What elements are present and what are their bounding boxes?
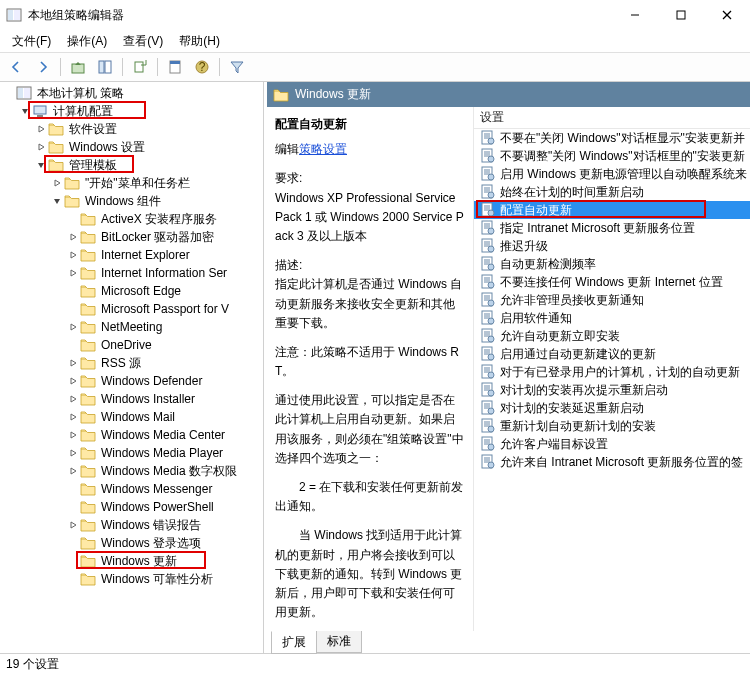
chevron-right-icon[interactable]	[66, 356, 80, 370]
tree-software-settings[interactable]: 软件设置	[34, 120, 263, 138]
tree-admin-templates[interactable]: 管理模板	[34, 156, 263, 174]
tree-item-label: Internet Information Ser	[99, 265, 229, 281]
chevron-down-icon[interactable]	[34, 158, 48, 172]
help-icon[interactable]: ?	[190, 55, 214, 79]
folder-icon	[80, 445, 96, 461]
svg-rect-15	[135, 62, 143, 72]
settings-item[interactable]: 启用通过自动更新建议的更新	[474, 345, 750, 363]
chevron-right-icon[interactable]	[66, 464, 80, 478]
settings-item[interactable]: 重新计划自动更新计划的安装	[474, 417, 750, 435]
tree-item-mediaplayer[interactable]: Windows Media Player	[66, 444, 263, 462]
export-icon[interactable]	[128, 55, 152, 79]
tree-item-update[interactable]: Windows 更新	[66, 552, 263, 570]
tree-item-defender[interactable]: Windows Defender	[66, 372, 263, 390]
forward-button[interactable]	[31, 55, 55, 79]
policy-icon	[480, 238, 496, 254]
tree-root[interactable]: 本地计算机 策略	[2, 84, 263, 102]
settings-item[interactable]: 不要在"关闭 Windows"对话框显示"安装更新并	[474, 129, 750, 147]
tree-item-mail[interactable]: Windows Mail	[66, 408, 263, 426]
back-button[interactable]	[4, 55, 28, 79]
settings-item[interactable]: 允许客户端目标设置	[474, 435, 750, 453]
tree-start-taskbar[interactable]: "开始"菜单和任务栏	[50, 174, 263, 192]
folder-icon	[80, 301, 96, 317]
filter-icon[interactable]	[225, 55, 249, 79]
folder-icon	[80, 553, 96, 569]
menu-action[interactable]: 操作(A)	[59, 31, 115, 52]
tree-scroll[interactable]: 本地计算机 策略 计算机配置	[0, 82, 263, 635]
tree-windows-components[interactable]: Windows 组件	[50, 192, 263, 210]
settings-item[interactable]: 指定 Intranet Microsoft 更新服务位置	[474, 219, 750, 237]
chevron-right-icon[interactable]	[34, 140, 48, 154]
minimize-button[interactable]	[612, 0, 658, 30]
chevron-right-icon[interactable]	[66, 230, 80, 244]
tree-item-netmeeting[interactable]: NetMeeting	[66, 318, 263, 336]
settings-item[interactable]: 允许自动更新立即安装	[474, 327, 750, 345]
properties-icon[interactable]	[163, 55, 187, 79]
settings-item[interactable]: 允许来自 Intranet Microsoft 更新服务位置的签	[474, 453, 750, 471]
column-header-settings[interactable]: 设置	[474, 107, 750, 129]
settings-item[interactable]: 不要调整"关闭 Windows"对话框里的"安装更新	[474, 147, 750, 165]
chevron-right-icon[interactable]	[66, 374, 80, 388]
tree-item-ie[interactable]: Internet Explorer	[66, 246, 263, 264]
settings-item[interactable]: 配置自动更新	[474, 201, 750, 219]
tree-item-edge[interactable]: Microsoft Edge	[66, 282, 263, 300]
settings-item[interactable]: 对计划的安装延迟重新启动	[474, 399, 750, 417]
tree-hscroll[interactable]	[0, 635, 263, 653]
settings-item[interactable]: 始终在计划的时间重新启动	[474, 183, 750, 201]
tree-item-reliability[interactable]: Windows 可靠性分析	[66, 570, 263, 588]
chevron-right-icon[interactable]	[66, 410, 80, 424]
status-bar: 19 个设置	[0, 653, 750, 675]
chevron-right-icon[interactable]	[50, 176, 64, 190]
desc2: 通过使用此设置，可以指定是否在此计算机上启用自动更新。如果启用该服务，则必须在"…	[275, 391, 465, 468]
folder-icon	[48, 157, 64, 173]
tree-item-mediacenter[interactable]: Windows Media Center	[66, 426, 263, 444]
folder-icon	[80, 373, 96, 389]
tree-item-iis[interactable]: Internet Information Ser	[66, 264, 263, 282]
tree-item-onedrive[interactable]: OneDrive	[66, 336, 263, 354]
policy-settings-link[interactable]: 策略设置	[299, 142, 347, 156]
settings-item[interactable]: 自动更新检测频率	[474, 255, 750, 273]
tree-item-logonopts[interactable]: Windows 登录选项	[66, 534, 263, 552]
settings-item[interactable]: 允许非管理员接收更新通知	[474, 291, 750, 309]
settings-item-label: 对于有已登录用户的计算机，计划的自动更新	[500, 364, 740, 381]
settings-item[interactable]: 不要连接任何 Windows 更新 Internet 位置	[474, 273, 750, 291]
settings-item[interactable]: 对于有已登录用户的计算机，计划的自动更新	[474, 363, 750, 381]
chevron-down-icon[interactable]	[50, 194, 64, 208]
svg-rect-13	[99, 61, 104, 73]
chevron-right-icon[interactable]	[66, 446, 80, 460]
close-button[interactable]	[704, 0, 750, 30]
settings-item[interactable]: 启用软件通知	[474, 309, 750, 327]
folder-icon	[80, 427, 96, 443]
up-icon[interactable]	[66, 55, 90, 79]
settings-item[interactable]: 对计划的安装再次提示重新启动	[474, 381, 750, 399]
tree-item-activex[interactable]: ActiveX 安装程序服务	[66, 210, 263, 228]
chevron-right-icon[interactable]	[66, 248, 80, 262]
settings-vscroll[interactable]	[732, 129, 750, 631]
chevron-right-icon[interactable]	[66, 428, 80, 442]
maximize-button[interactable]	[658, 0, 704, 30]
tree-item-mediadrm[interactable]: Windows Media 数字权限	[66, 462, 263, 480]
tab-extended[interactable]: 扩展	[271, 631, 317, 654]
show-hide-tree-icon[interactable]	[93, 55, 117, 79]
menu-view[interactable]: 查看(V)	[115, 31, 171, 52]
tree-item-errorreport[interactable]: Windows 错误报告	[66, 516, 263, 534]
tree-item-bitlocker[interactable]: BitLocker 驱动器加密	[66, 228, 263, 246]
tree-item-messenger[interactable]: Windows Messenger	[66, 480, 263, 498]
tree-item-passport[interactable]: Microsoft Passport for V	[66, 300, 263, 318]
tree-computer-config[interactable]: 计算机配置	[18, 102, 263, 120]
settings-item[interactable]: 推迟升级	[474, 237, 750, 255]
chevron-right-icon[interactable]	[66, 320, 80, 334]
tab-standard[interactable]: 标准	[316, 631, 362, 653]
chevron-right-icon[interactable]	[66, 392, 80, 406]
settings-item[interactable]: 启用 Windows 更新电源管理以自动唤醒系统来	[474, 165, 750, 183]
menu-file[interactable]: 文件(F)	[4, 31, 59, 52]
chevron-right-icon[interactable]	[66, 518, 80, 532]
chevron-down-icon[interactable]	[18, 104, 32, 118]
tree-item-rss[interactable]: RSS 源	[66, 354, 263, 372]
tree-windows-settings[interactable]: Windows 设置	[34, 138, 263, 156]
chevron-right-icon[interactable]	[34, 122, 48, 136]
tree-item-powershell[interactable]: Windows PowerShell	[66, 498, 263, 516]
tree-item-installer[interactable]: Windows Installer	[66, 390, 263, 408]
menu-help[interactable]: 帮助(H)	[171, 31, 228, 52]
chevron-right-icon[interactable]	[66, 266, 80, 280]
